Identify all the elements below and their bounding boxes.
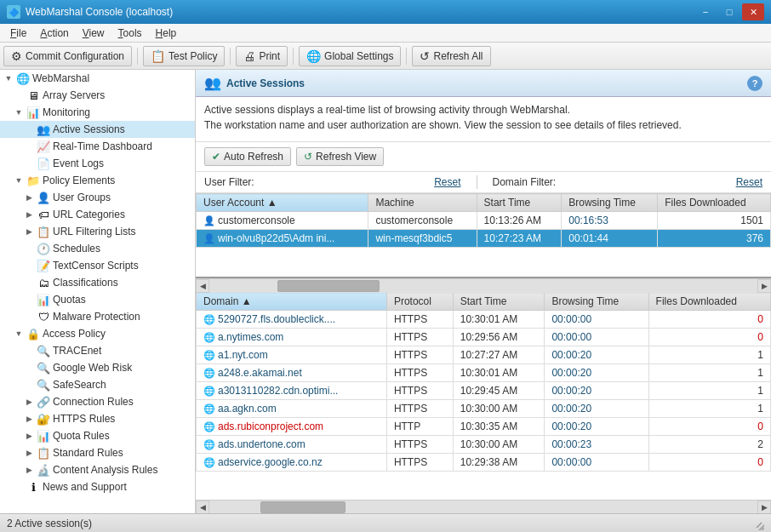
close-button[interactable]: ✕ xyxy=(742,3,764,20)
domain-files: 1 xyxy=(648,346,770,364)
tree-icon-webmarshal: 🌐 xyxy=(16,72,30,85)
domain-name: 🌐5290727.fls.doubleclick.... xyxy=(197,311,387,329)
sidebar-label-classifications: Classifications xyxy=(53,277,118,289)
window-controls: − □ ✕ xyxy=(694,3,764,20)
toolbar-separator-3 xyxy=(293,48,294,65)
sidebar-item-https-rules[interactable]: ▶ 🔐 HTTPS Rules xyxy=(0,410,195,427)
menu-action[interactable]: Action xyxy=(33,26,75,41)
sidebar-item-realtime-dashboard[interactable]: 📈 Real-Time Dashboard xyxy=(0,138,195,155)
domain-hscroll-thumb[interactable] xyxy=(260,501,346,513)
sidebar-item-schedules[interactable]: 🕐 Schedules xyxy=(0,240,195,257)
domain-row-6[interactable]: 🌐ads.rubiconproject.com HTTP 10:30:35 AM… xyxy=(197,418,771,436)
sidebar-item-webmarshal[interactable]: ▼ 🌐 WebMarshal xyxy=(0,70,195,87)
col-d-files[interactable]: Files Downloaded xyxy=(648,293,770,311)
tree-icon-quotas: 📊 xyxy=(37,293,50,306)
test-policy-button[interactable]: 📋 Test Policy xyxy=(143,46,225,66)
domain-row-4[interactable]: 🌐a3013110282.cdn.optimi... HTTPS 10:29:4… xyxy=(197,382,771,400)
domain-row-8[interactable]: 🌐adservice.google.co.nz HTTPS 10:29:38 A… xyxy=(197,454,771,472)
toolbar-separator-2 xyxy=(230,48,231,65)
sidebar-item-active-sessions[interactable]: 👥 Active Sessions xyxy=(0,121,195,138)
sidebar-item-event-logs[interactable]: 📄 Event Logs xyxy=(0,155,195,172)
help-button[interactable]: ? xyxy=(747,76,762,91)
toolbar: ⚙ Commit Configuration 📋 Test Policy 🖨 P… xyxy=(0,43,771,70)
sidebar-item-news-support[interactable]: ℹ News and Support xyxy=(0,478,195,495)
tree-toggle: ▶ xyxy=(24,448,34,458)
sidebar-item-policy-elements[interactable]: ▼ 📁 Policy Elements xyxy=(0,172,195,189)
sidebar-item-access-policy[interactable]: ▼ 🔒 Access Policy xyxy=(0,325,195,342)
col-d-browsing-time[interactable]: Browsing Time xyxy=(545,293,648,311)
print-button[interactable]: 🖨 Print xyxy=(236,46,288,66)
domain-hscroll-left[interactable]: ◀ xyxy=(196,501,209,513)
hscroll-thumb[interactable] xyxy=(277,280,380,292)
global-settings-button[interactable]: 🌐 Global Settings xyxy=(299,46,401,66)
hscroll-right-arrow[interactable]: ▶ xyxy=(757,279,771,293)
domain-hscroll-right[interactable]: ▶ xyxy=(757,501,771,513)
sidebar-item-content-analysis-rules[interactable]: ▶ 🔬 Content Analysis Rules xyxy=(0,461,195,478)
sessions-hscroll[interactable]: ◀ ▶ xyxy=(196,278,771,292)
sidebar-label-safesearch: SafeSearch xyxy=(53,379,106,391)
domain-row-2[interactable]: 🌐a1.nyt.com HTTPS 10:27:27 AM 00:00:20 1 xyxy=(197,346,771,364)
commit-config-button[interactable]: ⚙ Commit Configuration xyxy=(3,46,132,66)
sidebar-item-standard-rules[interactable]: ▶ 📋 Standard Rules xyxy=(0,444,195,461)
tree-icon-active-sessions: 👥 xyxy=(37,123,50,136)
col-domain[interactable]: Domain ▲ xyxy=(197,293,387,311)
refresh-view-button[interactable]: ↺ Refresh View xyxy=(296,147,384,166)
menu-tools[interactable]: Tools xyxy=(111,26,149,41)
domain-row-1[interactable]: 🌐a.nytimes.com HTTPS 10:29:56 AM 00:00:0… xyxy=(197,329,771,346)
filter-bar: User Filter: Reset Domain Filter: Reset xyxy=(196,172,771,193)
sidebar-item-textcensor-scripts[interactable]: 📝 TextCensor Scripts xyxy=(0,257,195,274)
col-machine[interactable]: Machine xyxy=(368,194,477,212)
sidebar-item-safesearch[interactable]: 🔍 SafeSearch xyxy=(0,376,195,393)
sidebar-label-malware-protection: Malware Protection xyxy=(53,311,140,323)
domain-row-3[interactable]: 🌐a248.e.akamai.net HTTPS 10:30:01 AM 00:… xyxy=(197,364,771,382)
sidebar-label-standard-rules: Standard Rules xyxy=(53,447,123,459)
refresh-all-button[interactable]: ↺ Refresh All xyxy=(412,46,490,66)
domain-filter-reset[interactable]: Reset xyxy=(736,176,762,188)
auto-refresh-button[interactable]: ✔ Auto Refresh xyxy=(204,147,291,166)
sidebar-item-google-web-risk[interactable]: 🔍 Google Web Risk xyxy=(0,359,195,376)
hscroll-left-arrow[interactable]: ◀ xyxy=(196,279,209,293)
sidebar-item-monitoring[interactable]: ▼ 📊 Monitoring xyxy=(0,104,195,121)
col-files-downloaded[interactable]: Files Downloaded xyxy=(658,194,771,212)
session-row-0[interactable]: 👤customerconsole customerconsole 10:13:2… xyxy=(197,212,771,230)
col-user-account[interactable]: User Account ▲ xyxy=(197,194,368,212)
tree-toggle xyxy=(24,380,34,390)
domain-start-time: 10:30:00 AM xyxy=(453,436,545,454)
menu-file[interactable]: File xyxy=(3,26,33,41)
domain-browsing-time: 00:00:00 xyxy=(545,311,648,329)
sidebar-item-quotas[interactable]: 📊 Quotas xyxy=(0,291,195,308)
sidebar-item-url-filtering-lists[interactable]: ▶ 📋 URL Filtering Lists xyxy=(0,223,195,240)
domain-row-5[interactable]: 🌐aa.agkn.com HTTPS 10:30:00 AM 00:00:20 … xyxy=(197,400,771,418)
tree-icon-url-filtering-lists: 📋 xyxy=(37,225,50,238)
sidebar-label-webmarshal: WebMarshal xyxy=(32,72,89,84)
menu-view[interactable]: View xyxy=(76,26,111,41)
sidebar-label-realtime-dashboard: Real-Time Dashboard xyxy=(53,140,152,152)
user-filter-reset[interactable]: Reset xyxy=(434,176,460,188)
col-d-start-time[interactable]: Start Time xyxy=(453,293,545,311)
sidebar-item-url-categories[interactable]: ▶ 🏷 URL Categories xyxy=(0,206,195,223)
test-label: Test Policy xyxy=(168,50,217,62)
sidebar-item-array-servers[interactable]: 🖥 Array Servers xyxy=(0,87,195,104)
resize-handle[interactable] xyxy=(751,517,764,530)
toolbar-separator-1 xyxy=(137,48,138,65)
domain-hscroll[interactable]: ◀ ▶ xyxy=(196,500,771,513)
col-start-time[interactable]: Start Time xyxy=(477,194,562,212)
sidebar-item-connection-rules[interactable]: ▶ 🔗 Connection Rules xyxy=(0,393,195,410)
domain-row-7[interactable]: 🌐ads.undertone.com HTTPS 10:30:00 AM 00:… xyxy=(197,436,771,454)
domain-table: Domain ▲ Protocol Start Time Browsing Ti… xyxy=(196,292,771,472)
menu-help[interactable]: Help xyxy=(149,26,184,41)
sidebar-item-user-groups[interactable]: ▶ 👤 User Groups xyxy=(0,189,195,206)
tree-toggle xyxy=(24,158,34,169)
col-browsing-time[interactable]: Browsing Time xyxy=(562,194,658,212)
minimize-button[interactable]: − xyxy=(694,3,717,20)
domain-row-0[interactable]: 🌐5290727.fls.doubleclick.... HTTPS 10:30… xyxy=(197,311,771,329)
sessions-table: User Account ▲ Machine Start Time Browsi… xyxy=(196,193,771,248)
maximize-button[interactable]: □ xyxy=(718,3,740,20)
session-row-1[interactable]: 👤win-olvu8p22d5\Adm ini... win-mesqf3bdi… xyxy=(197,230,771,248)
col-protocol[interactable]: Protocol xyxy=(386,293,453,311)
sidebar-item-quota-rules[interactable]: ▶ 📊 Quota Rules xyxy=(0,427,195,444)
sidebar-item-tracenet[interactable]: 🔍 TRACEnet xyxy=(0,342,195,359)
sidebar-item-malware-protection[interactable]: 🛡 Malware Protection xyxy=(0,308,195,325)
sidebar-item-classifications[interactable]: 🗂 Classifications xyxy=(0,274,195,291)
domain-protocol: HTTP xyxy=(386,418,453,436)
